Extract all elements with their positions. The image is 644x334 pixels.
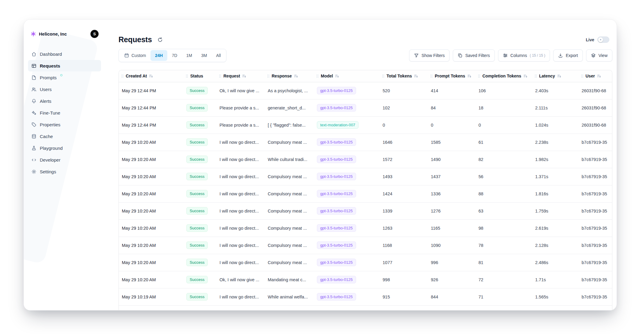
- latency-cell: 2.111s: [532, 99, 579, 116]
- sidebar-item-users[interactable]: Users: [28, 84, 101, 95]
- column-header-request[interactable]: Request: [216, 70, 265, 82]
- response-cell: Compulsory meat ...: [265, 254, 314, 271]
- show-filters-button[interactable]: Show Filters: [409, 49, 450, 61]
- completion-tokens-cell: 18: [475, 99, 532, 116]
- live-label: Live: [586, 37, 594, 42]
- drag-handle-icon[interactable]: [581, 74, 583, 78]
- sort-icon[interactable]: [149, 74, 153, 78]
- time-range-24h[interactable]: 24H: [150, 50, 167, 61]
- saved-filters-button[interactable]: Saved Filters: [453, 49, 495, 61]
- table-row[interactable]: May 29 10:20 AMSuccessI will now go dire…: [119, 219, 612, 237]
- drag-handle-icon[interactable]: [535, 74, 537, 78]
- column-header-prompt-tokens[interactable]: Prompt Tokens: [428, 70, 475, 82]
- status-badge: Success: [186, 173, 208, 181]
- total-tokens-cell: 1339: [380, 202, 428, 219]
- response-cell: As a psychologist, ...: [265, 82, 314, 99]
- sidebar-item-dashboard[interactable]: Dashboard: [28, 48, 101, 60]
- sort-icon[interactable]: [523, 74, 528, 78]
- time-range-all[interactable]: All: [212, 50, 226, 61]
- column-header-completion-tokens[interactable]: Completion Tokens: [475, 70, 532, 82]
- sort-icon[interactable]: [597, 74, 601, 78]
- sidebar-item-label: Dashboard: [40, 52, 62, 57]
- column-header-response[interactable]: Response: [265, 70, 314, 82]
- model-cell: gpt-3.5-turbo-0125: [314, 237, 380, 254]
- column-header-model[interactable]: Model: [314, 70, 380, 82]
- table-row[interactable]: May 29 12:44 PMSuccessOk, I will now giv…: [119, 82, 612, 99]
- response-cell: While cultural tradi...: [265, 151, 314, 168]
- total-tokens-cell: 1493: [380, 168, 428, 185]
- table-row[interactable]: May 29 10:20 AMSuccessI will now go dire…: [119, 151, 612, 168]
- completion-tokens-cell: 81: [475, 254, 532, 271]
- live-toggle[interactable]: ✦: [597, 36, 609, 43]
- column-header-total-tokens[interactable]: Total Tokens: [380, 70, 428, 82]
- column-header-user[interactable]: User: [579, 70, 612, 82]
- sidebar-item-prompts[interactable]: Prompts: [28, 72, 101, 83]
- table-row[interactable]: May 29 10:20 AMSuccessI will now go dire…: [119, 254, 612, 271]
- column-header-latency[interactable]: Latency: [532, 70, 579, 82]
- request-cell: I will now go direct...: [216, 151, 265, 168]
- latency-cell: 2.403s: [532, 82, 579, 99]
- table-row[interactable]: May 29 10:20 AMSuccessI will now go dire…: [119, 168, 612, 185]
- sidebar-item-properties[interactable]: Properties: [28, 119, 101, 130]
- alerts-icon: [31, 98, 36, 104]
- table-row[interactable]: May 29 10:20 AMSuccessI will now go dire…: [119, 202, 612, 219]
- table-row[interactable]: May 29 10:20 AMSuccessI will now go dire…: [119, 185, 612, 202]
- time-range-3m[interactable]: 3M: [197, 50, 211, 61]
- table-row[interactable]: May 29 10:19 AMSuccessI will now go dire…: [119, 288, 612, 305]
- total-tokens-cell: 1572: [380, 151, 428, 168]
- drag-handle-icon[interactable]: [430, 74, 433, 78]
- sidebar-item-settings[interactable]: Settings: [28, 166, 101, 177]
- sidebar-item-playground[interactable]: Playground: [28, 142, 101, 154]
- sort-icon[interactable]: [557, 74, 561, 78]
- sort-icon[interactable]: [467, 74, 472, 78]
- avatar[interactable]: S: [90, 30, 99, 38]
- show-filters-label: Show Filters: [421, 53, 445, 58]
- column-header-status[interactable]: Status: [183, 70, 216, 82]
- table-row[interactable]: May 29 10:20 AMSuccessI will now go dire…: [119, 237, 612, 254]
- table-row[interactable]: May 29 10:20 AMSuccessI will now go dire…: [119, 134, 612, 151]
- org-name[interactable]: Helicone, Inc: [39, 31, 67, 36]
- time-range-1m[interactable]: 1M: [182, 50, 197, 61]
- drag-handle-icon[interactable]: [267, 74, 270, 78]
- drag-handle-icon[interactable]: [478, 74, 480, 78]
- columns-button[interactable]: Columns ( 15 / 15 ): [498, 49, 550, 61]
- view-button[interactable]: View: [586, 49, 612, 61]
- status-badge: Success: [186, 276, 208, 284]
- status-badge: Success: [186, 104, 208, 112]
- sort-icon[interactable]: [414, 74, 418, 78]
- table-row[interactable]: May 29 10:20 AMSuccessOk, I will now giv…: [119, 271, 612, 288]
- export-button[interactable]: Export: [553, 49, 582, 61]
- column-header-created-at[interactable]: Created At: [119, 70, 183, 82]
- sort-icon[interactable]: [242, 74, 246, 78]
- drag-handle-icon[interactable]: [219, 74, 221, 78]
- time-range-7d[interactable]: 7D: [167, 50, 182, 61]
- drag-handle-icon[interactable]: [382, 74, 384, 78]
- sidebar-item-alerts[interactable]: Alerts: [28, 95, 101, 107]
- model-badge: gpt-3.5-turbo-0125: [317, 259, 356, 266]
- table-row[interactable]: May 29 12:44 PMSuccessPlease provide a s…: [119, 99, 612, 116]
- refresh-button[interactable]: [156, 36, 164, 44]
- sidebar-item-cache[interactable]: Cache: [28, 131, 101, 142]
- refresh-icon: [157, 37, 163, 43]
- model-cell: gpt-3.5-turbo-0125: [314, 254, 380, 271]
- created-at-cell: May 29 10:20 AM: [119, 219, 183, 237]
- sidebar-item-developer[interactable]: Developer: [28, 154, 101, 165]
- users-icon: [31, 87, 36, 92]
- sidebar-item-fine-tune[interactable]: Fine-Tune: [28, 107, 101, 118]
- drag-handle-icon[interactable]: [186, 74, 188, 78]
- total-tokens-cell: 102: [380, 99, 428, 116]
- page-title: Requests: [118, 35, 152, 44]
- model-cell: gpt-3.5-turbo-0125: [314, 271, 380, 288]
- total-tokens-cell: 520: [380, 82, 428, 99]
- sidebar-item-requests[interactable]: Requests: [28, 60, 101, 71]
- sort-icon[interactable]: [335, 74, 339, 78]
- drag-handle-icon[interactable]: [121, 74, 124, 78]
- table-row[interactable]: May 29 12:44 PMSuccessPlease provide a s…: [119, 116, 612, 134]
- request-cell: Please provide a s...: [216, 116, 265, 134]
- status-badge: Success: [186, 293, 208, 301]
- sort-icon[interactable]: [294, 74, 298, 78]
- properties-icon: [31, 122, 36, 127]
- time-range-custom[interactable]: Custom: [120, 50, 150, 61]
- drag-handle-icon[interactable]: [316, 74, 319, 78]
- model-cell: gpt-3.5-turbo-0125: [314, 202, 380, 219]
